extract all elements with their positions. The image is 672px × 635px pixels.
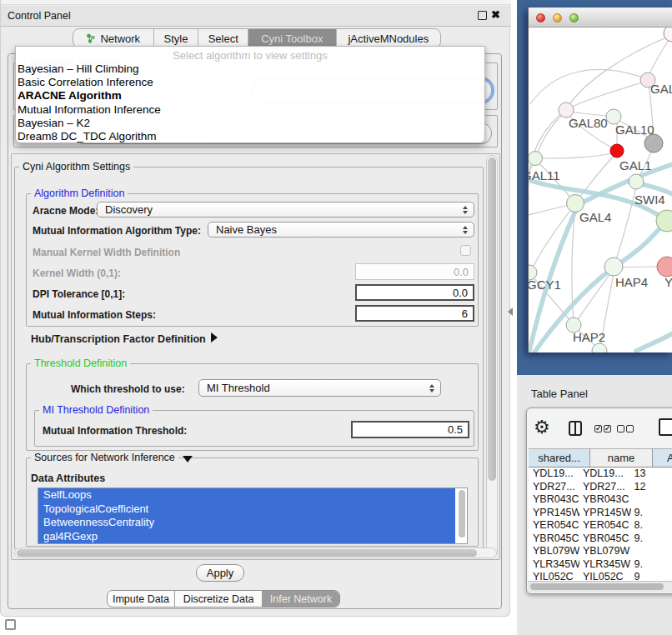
table-row[interactable]: YPR145WYPR145W9. <box>529 507 672 520</box>
node[interactable] <box>664 28 672 42</box>
table-row[interactable]: YDR27...YDR27...12 <box>529 481 672 494</box>
checked-checkbox-icon[interactable]: ✓ <box>604 425 611 432</box>
settings-hscrollbar-thumb[interactable] <box>17 549 477 557</box>
table-cell: YDR27... <box>579 481 631 494</box>
aracne-mode-combo[interactable]: Discovery <box>97 202 474 218</box>
mi-steps-field[interactable]: 6 <box>355 305 474 322</box>
algorithm-option[interactable]: Basic Correlation Inference <box>16 76 484 89</box>
node[interactable] <box>629 174 644 189</box>
network-edge[interactable] <box>532 205 574 269</box>
unchecked-checkbox-icon[interactable] <box>617 425 624 432</box>
tab-jactivemnodules[interactable]: jActiveMNodules <box>336 29 440 48</box>
tab-label: Cyni Toolbox <box>261 32 323 45</box>
table-cell: YDL19... <box>529 468 579 481</box>
attribute-item[interactable]: TopologicalCoefficient <box>38 502 455 517</box>
column-header[interactable]: name <box>590 448 653 468</box>
columns-icon[interactable] <box>569 421 582 436</box>
algorithm-option[interactable]: Bayesian – K2 <box>16 117 484 130</box>
bottom-tab-discretize-data[interactable]: Discretize Data <box>174 591 262 607</box>
aracne-mode-value: Discovery <box>105 203 153 216</box>
network-edge[interactable] <box>529 204 573 215</box>
which-threshold-combo[interactable]: MI Threshold <box>198 379 441 397</box>
node-label: SWI4 <box>634 192 665 207</box>
apply-button[interactable]: Apply <box>196 564 244 582</box>
collapse-arrow-icon[interactable] <box>183 456 193 462</box>
algorithm-option[interactable]: Mutual Information Inference <box>16 103 484 117</box>
column-header[interactable]: shared... <box>529 448 590 468</box>
data-attributes-label: Data Attributes <box>31 472 105 484</box>
network-canvas[interactable]: GALGAL80GAL10GAL1GAL11SWI4GAL4GCY1HAP4YH… <box>529 28 672 352</box>
kernel-width-field[interactable]: 0.0 <box>355 263 474 280</box>
splitter-arrow-icon[interactable] <box>508 308 513 316</box>
node[interactable] <box>657 257 672 277</box>
tab-label: Style <box>163 32 188 45</box>
table-row[interactable]: YER054CYER054C8. <box>529 519 672 532</box>
table-cell: YBL079W <box>529 545 579 558</box>
bottom-tab-infer-network[interactable]: Infer Network <box>262 591 339 607</box>
data-attributes-list[interactable]: SelfLoopsTopologicalCoefficientBetweenne… <box>38 488 468 544</box>
close-icon[interactable]: ✖ <box>491 8 500 21</box>
dpi-tolerance-field[interactable]: 0.0 <box>355 284 474 301</box>
control-panel-title: Control Panel <box>8 10 71 22</box>
mi-threshold-field[interactable]: 0.5 <box>351 421 469 438</box>
algorithm-dropdown-popup: Select algorithm to view settings Bayesi… <box>15 46 485 143</box>
settings-vscrollbar-thumb[interactable] <box>488 158 496 481</box>
node-gal1[interactable] <box>610 144 624 158</box>
checked-checkbox-icon[interactable]: ✓ <box>594 425 602 432</box>
manual-kernel-label: Manual Kernel Width Definition <box>33 247 180 258</box>
table-cell: 8. <box>631 519 672 532</box>
bottom-tab-bar: Impute DataDiscretize DataInfer Network <box>107 590 340 608</box>
tab-style[interactable]: Style <box>153 29 198 48</box>
gear-icon[interactable]: ⚙ <box>534 417 550 438</box>
node-hap4[interactable] <box>604 258 623 276</box>
table-hscrollbar-thumb[interactable] <box>530 583 664 590</box>
close-traffic-light[interactable] <box>536 13 545 22</box>
tab-select[interactable]: Select <box>198 29 248 48</box>
which-threshold-value: MI Threshold <box>207 382 270 394</box>
window-top-strip <box>1 0 511 5</box>
table-cell: YLR345W <box>579 558 631 572</box>
table-cell: 9. <box>631 532 672 546</box>
node-label: HAP2 <box>573 330 605 344</box>
tab-network[interactable]: Network <box>73 29 153 48</box>
algorithm-option[interactable]: ARACNE Algorithm <box>16 89 484 102</box>
column-header[interactable]: A <box>653 448 672 468</box>
tab-cyni-toolbox[interactable]: Cyni Toolbox <box>248 29 336 48</box>
node-gal11[interactable] <box>529 152 543 166</box>
table-cell: 12 <box>631 481 672 494</box>
manual-kernel-checkbox[interactable] <box>460 245 471 256</box>
node[interactable] <box>644 134 663 152</box>
bottom-tab-impute-data[interactable]: Impute Data <box>108 591 174 607</box>
network-edge[interactable] <box>536 112 565 157</box>
table-cell: YLR345W <box>529 558 579 572</box>
table-row[interactable]: YBR045CYBR045C9. <box>529 532 672 546</box>
expand-arrow-icon[interactable] <box>211 332 218 342</box>
attribute-item[interactable]: SelfLoops <box>38 488 455 502</box>
zoom-traffic-light[interactable] <box>569 13 579 22</box>
algorithm-option[interactable]: Bayesian – Hill Climbing <box>16 62 484 76</box>
cyni-settings-title: Cyni Algorithm Settings <box>19 161 133 172</box>
table-cell: YER054C <box>579 519 631 532</box>
network-edge[interactable] <box>573 81 648 107</box>
minimize-traffic-light[interactable] <box>553 13 562 22</box>
attributes-scrollbar[interactable] <box>459 490 465 538</box>
attribute-item[interactable]: gal4RGexp <box>38 530 455 544</box>
table-cell <box>631 545 672 558</box>
table-row[interactable]: YBR043CYBR043C <box>529 493 672 507</box>
float-window-icon[interactable] <box>478 11 487 20</box>
attribute-item[interactable]: BetweennessCentrality <box>38 516 455 530</box>
network-edge[interactable] <box>648 35 672 78</box>
table-cell: YBL079W <box>579 545 631 558</box>
tab-label: jActiveMNodules <box>348 32 429 45</box>
mi-type-combo[interactable]: Naive Bayes <box>208 222 474 238</box>
algorithm-option[interactable]: Dream8 DC_TDC Algorithm <box>16 130 484 143</box>
mi-threshold-title: MI Threshold Definition <box>39 404 153 416</box>
table-row[interactable]: YDL19...YDL19...13 <box>529 468 672 481</box>
network-edge[interactable] <box>538 152 615 158</box>
table-row[interactable]: YLR345WYLR345W9. <box>529 558 672 572</box>
table-row[interactable]: YBL079WYBL079W <box>529 545 672 558</box>
network-edge-highlighted[interactable] <box>636 333 672 351</box>
file-icon[interactable] <box>659 418 672 436</box>
panel-toggle-icon[interactable] <box>5 619 16 630</box>
unchecked-checkbox-icon[interactable] <box>626 425 634 432</box>
